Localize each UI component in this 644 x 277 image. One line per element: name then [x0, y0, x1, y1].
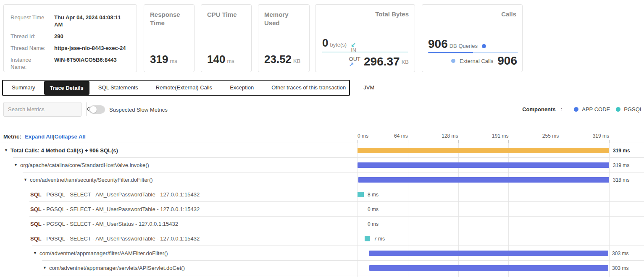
legend-item-label: APP CODE	[582, 106, 610, 112]
cpu-time-unit: ms	[227, 58, 234, 64]
metric-label: SQL - PGSQL - SELECT - AM_UserPasswordTa…	[30, 191, 200, 198]
info-value: Thu Apr 04, 2024 04:08:11 AM	[54, 14, 130, 28]
sql-prefix: SQL	[30, 191, 42, 198]
trace-row[interactable]: ▼org/apache/catalina/core/StandardHostVa…	[0, 158, 644, 172]
expand-all-link[interactable]: Expand All	[25, 133, 53, 140]
axis-tick-label: 319 ms	[576, 133, 609, 139]
info-value: 290	[54, 33, 130, 40]
axis-tick-label: 128 ms	[425, 133, 458, 139]
metric-header: Metric: Expand All|Collapse All	[3, 133, 86, 140]
db-queries-value: 906	[428, 37, 448, 51]
calls-divider-ext-segment	[473, 52, 518, 53]
card-title: Response Time	[150, 10, 188, 27]
tab-trace-details[interactable]: Trace Details	[44, 81, 89, 95]
trace-tree: ▼Total Calls: 4 Method Call(s) + 906 SQL…	[0, 143, 644, 275]
info-label: Request Time	[11, 14, 47, 28]
collapse-arrow-icon[interactable]: ▼	[33, 251, 37, 256]
metric-label: SQL - PGSQL - SELECT - AM_UserPasswordTa…	[30, 206, 200, 212]
duration-bar	[357, 148, 609, 153]
axis-tick-label: 0 ms	[357, 133, 368, 139]
db-queries-label: DB Queries	[449, 43, 478, 49]
trace-details-page: Request TimeThu Apr 04, 2024 04:08:11 AM…	[0, 0, 644, 277]
duration-bar	[357, 192, 364, 197]
bytes-out-value: 296.37	[364, 55, 400, 68]
trace-row[interactable]: ▼com/adventnet/appmanager/filter/AAMFilt…	[0, 246, 644, 261]
metric-label: Metric:	[3, 133, 21, 140]
duration-label: 303 ms	[612, 251, 628, 256]
memory-used-value: 23.52	[264, 53, 292, 65]
duration-bar	[357, 162, 609, 168]
metric-label: com/adventnet/appmanager/servlets/APISer…	[49, 265, 185, 271]
tab-sql-statements[interactable]: SQL Statements	[89, 81, 147, 94]
collapse-all-link[interactable]: Collapse All	[55, 133, 86, 140]
request-info-card: Request TimeThu Apr 04, 2024 04:08:11 AM…	[3, 4, 137, 72]
cpu-time-value: 140	[207, 53, 225, 65]
card-title: Calls	[501, 10, 516, 18]
bytes-divider	[322, 52, 408, 52]
components-legend: Components : APP CODEPGSQL	[522, 106, 643, 112]
legend-item-app-code: APP CODE	[574, 106, 610, 112]
legend-item-pgsql: PGSQL	[616, 106, 643, 112]
tab-summary[interactable]: Summary	[3, 81, 44, 94]
calls-card: Calls 906 DB Queries External Calls 906	[422, 4, 523, 72]
metric-label: SQL - PGSQL - SELECT - AM_UserPasswordTa…	[30, 235, 200, 242]
duration-label: 319 ms	[613, 162, 629, 168]
trace-row[interactable]: SQL - PGSQL - SELECT - AM_UserPasswordTa…	[0, 202, 644, 217]
info-value: WIN-6T50IACO5B6:8443	[54, 56, 130, 71]
collapse-arrow-icon[interactable]: ▼	[14, 163, 18, 167]
info-label: Thread Name:	[11, 44, 47, 52]
axis-tick-label: 255 ms	[525, 133, 559, 139]
card-title: Memory Used	[264, 10, 303, 27]
trace-row[interactable]: ▼com/adventnet/iam/security/SecurityFilt…	[0, 172, 644, 187]
trace-row[interactable]: SQL - PGSQL - SELECT - AM_UserStatus - 1…	[0, 217, 644, 231]
duration-label: 8 ms	[368, 192, 379, 198]
db-queries-dot-icon	[482, 44, 486, 48]
row-separator	[42, 275, 644, 275]
tab-exception[interactable]: Exception	[221, 81, 263, 94]
duration-label: 318 ms	[613, 177, 629, 183]
cpu-time-card: CPU Time 140ms	[201, 4, 252, 72]
toggle-knob	[90, 106, 97, 113]
tab-remote-external-calls[interactable]: Remote(External) Calls	[147, 81, 221, 94]
collapse-arrow-icon[interactable]: ▼	[43, 266, 47, 270]
trace-row[interactable]: ▼Total Calls: 4 Method Call(s) + 906 SQL…	[0, 143, 644, 158]
info-row: Thread Id:290	[11, 33, 130, 40]
trace-row[interactable]: SQL - PGSQL - SELECT - AM_UserPasswordTa…	[0, 231, 644, 246]
card-title: CPU Time	[207, 10, 245, 19]
response-time-card: Response Time 319ms	[144, 4, 195, 72]
sql-prefix: SQL	[30, 221, 42, 227]
axis-tick-label: 64 ms	[374, 133, 408, 139]
suspected-slow-metrics-toggle[interactable]	[89, 105, 105, 114]
bytes-in-unit: byte(s)	[330, 42, 347, 48]
legend-item-label: PGSQL	[624, 106, 643, 112]
calls-divider	[428, 52, 518, 53]
info-row: Instance Name:WIN-6T50IACO5B6:8443	[11, 56, 130, 71]
sql-prefix: SQL	[30, 206, 42, 212]
response-time-unit: ms	[170, 58, 177, 64]
external-calls-dot-icon	[451, 59, 455, 63]
tab-jvm[interactable]: JVM	[355, 81, 383, 94]
search-input[interactable]	[4, 102, 86, 116]
suspected-slow-metrics-label: Suspected Slow Metrics	[109, 107, 168, 113]
duration-bar	[369, 265, 608, 271]
bytes-out-unit: KB	[402, 59, 409, 65]
memory-used-card: Memory Used 23.52KB	[258, 4, 310, 72]
total-bytes-card: Total Bytes 0 byte(s) ↙ IN OUT ↗ 296.37 …	[315, 4, 415, 72]
search-box	[3, 102, 81, 117]
external-calls-label: External Calls	[460, 58, 493, 64]
info-label: Instance Name:	[11, 56, 47, 71]
collapse-arrow-icon[interactable]: ▼	[4, 148, 8, 153]
trace-row[interactable]: SQL - PGSQL - SELECT - AM_UserPasswordTa…	[0, 187, 644, 202]
trace-row[interactable]: ▼com/adventnet/appmanager/servlets/APISe…	[0, 261, 644, 275]
memory-used-unit: KB	[293, 58, 300, 64]
up-right-arrow-icon: ↗	[349, 62, 354, 67]
external-calls-value: 906	[497, 54, 517, 68]
tab-other-traces-of-this-transaction[interactable]: Other traces of this transaction	[263, 81, 355, 94]
info-row: Thread Name:https-jsse-nio-8443-exec-24	[11, 44, 130, 52]
info-value: https-jsse-nio-8443-exec-24	[54, 44, 130, 52]
calls-divider-db-segment	[428, 52, 473, 53]
collapse-arrow-icon[interactable]: ▼	[24, 178, 27, 182]
components-legend-title: Components	[522, 106, 555, 112]
card-title: Total Bytes	[375, 10, 409, 18]
info-label: Thread Id:	[11, 33, 47, 40]
